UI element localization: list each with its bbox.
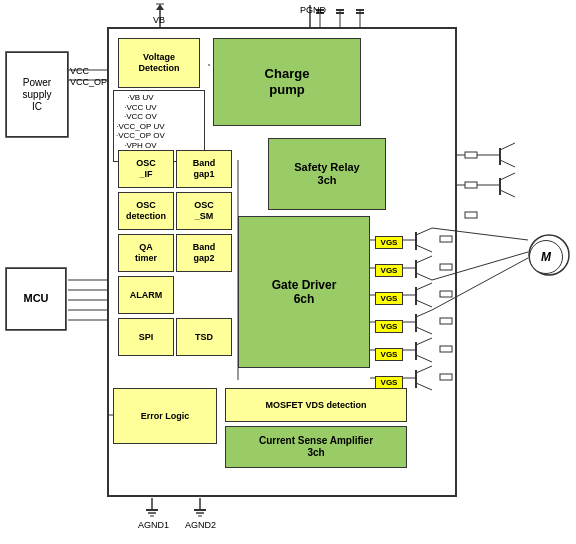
diagram: Power supply IC MCU Charge pump Voltage … <box>0 0 576 544</box>
svg-line-46 <box>416 310 432 317</box>
osc-sm-label: OSC _SM <box>194 200 214 222</box>
vgs3-badge: VGS <box>375 292 403 305</box>
voltage-detection-label: Voltage Detection <box>138 52 179 74</box>
mcu-block: MCU <box>6 268 66 330</box>
mosfet-vds-block: MOSFET VDS detection <box>225 388 407 422</box>
svg-line-50 <box>416 338 432 345</box>
pgnd-label: PGND <box>300 5 326 15</box>
vgs4-badge: VGS <box>375 320 403 333</box>
svg-line-42 <box>416 283 432 290</box>
svg-rect-67 <box>440 236 452 242</box>
error-logic-block: Error Logic <box>113 388 217 444</box>
svg-line-54 <box>416 366 432 373</box>
vgs2-badge: VGS <box>375 264 403 277</box>
svg-rect-74 <box>465 182 477 188</box>
svg-line-38 <box>416 256 432 263</box>
safety-relay-label: Safety Relay 3ch <box>294 161 359 187</box>
svg-line-57 <box>432 252 528 280</box>
power-supply-label: Power supply IC <box>23 77 52 113</box>
mosfet-vds-label: MOSFET VDS detection <box>265 400 366 411</box>
bandgap2-block: Band gap2 <box>176 234 232 272</box>
vgs5-badge: VGS <box>375 348 403 361</box>
safety-relay-block: Safety Relay 3ch <box>268 138 386 210</box>
svg-line-34 <box>416 228 432 235</box>
svg-line-39 <box>416 273 432 280</box>
svg-marker-5 <box>156 4 164 10</box>
charge-pump-block: Charge pump <box>213 38 361 126</box>
alarm-label: ALARM <box>130 290 163 301</box>
motor-label: M <box>541 250 551 264</box>
svg-line-56 <box>432 228 528 240</box>
current-sense-label: Current Sense Amplifier 3ch <box>259 435 373 459</box>
svg-rect-73 <box>465 152 477 158</box>
spi-label: SPI <box>139 332 154 343</box>
error-logic-label: Error Logic <box>141 411 190 422</box>
svg-line-47 <box>416 327 432 334</box>
tsd-block: TSD <box>176 318 232 356</box>
bandgap1-block: Band gap1 <box>176 150 232 188</box>
voltage-list-label: ·VB UV ·VCC UV ·VCC OV ·VCC_OP UV ·VCC_O… <box>116 93 165 151</box>
vcc-op-label: VCC_OP <box>70 77 107 87</box>
svg-line-31 <box>500 190 515 197</box>
bandgap2-label: Band gap2 <box>193 242 216 264</box>
svg-line-35 <box>416 245 432 252</box>
svg-rect-71 <box>440 346 452 352</box>
svg-rect-69 <box>440 291 452 297</box>
svg-rect-72 <box>440 374 452 380</box>
osc-if-label: OSC _IF <box>136 158 156 180</box>
svg-line-55 <box>416 383 432 390</box>
svg-line-43 <box>416 300 432 307</box>
gate-driver-block: Gate Driver 6ch <box>238 216 370 368</box>
charge-pump-label: Charge pump <box>265 66 310 97</box>
motor-block: M <box>529 240 563 274</box>
power-supply-ic: Power supply IC <box>6 52 68 137</box>
svg-line-51 <box>416 355 432 362</box>
osc-detection-label: OSC detection <box>126 200 166 222</box>
voltage-detection-block: Voltage Detection <box>118 38 200 88</box>
spi-block: SPI <box>118 318 174 356</box>
tsd-label: TSD <box>195 332 213 343</box>
qa-timer-label: QA timer <box>135 242 157 264</box>
svg-rect-75 <box>465 212 477 218</box>
osc-detection-block: OSC detection <box>118 192 174 230</box>
svg-rect-70 <box>440 318 452 324</box>
vgs6-badge: VGS <box>375 376 403 389</box>
agnd1-label: AGND1 <box>138 520 169 530</box>
gate-driver-label: Gate Driver 6ch <box>272 278 337 307</box>
svg-line-27 <box>500 160 515 167</box>
agnd2-label: AGND2 <box>185 520 216 530</box>
vcc-label: VCC <box>70 66 89 76</box>
current-sense-block: Current Sense Amplifier 3ch <box>225 426 407 468</box>
osc-if-block: OSC _IF <box>118 150 174 188</box>
svg-rect-68 <box>440 264 452 270</box>
qa-timer-block: QA timer <box>118 234 174 272</box>
svg-line-30 <box>500 173 515 180</box>
bandgap1-label: Band gap1 <box>193 158 216 180</box>
svg-line-58 <box>432 258 528 310</box>
svg-line-26 <box>500 143 515 150</box>
alarm-block: ALARM <box>118 276 174 314</box>
vgs1-badge: VGS <box>375 236 403 249</box>
vb-label: VB <box>153 15 165 25</box>
mcu-label: MCU <box>23 292 48 305</box>
osc-sm-block: OSC _SM <box>176 192 232 230</box>
